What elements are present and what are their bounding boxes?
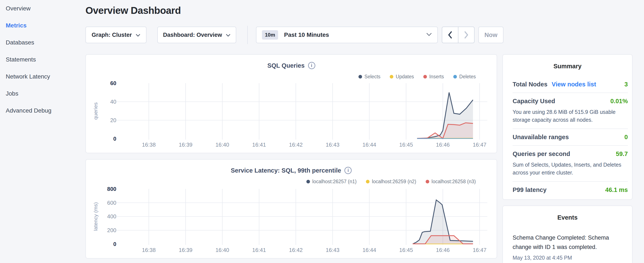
summary-rows: Total NodesView nodes list3Capacity Used… [512, 76, 628, 198]
summary-row-head: Capacity Used0.01% [512, 98, 628, 105]
summary-panel: Summary Total NodesView nodes list3Capac… [502, 54, 632, 200]
summary-row-capacity-used: Capacity Used0.01%You are using 28.6 MiB… [512, 93, 628, 129]
svg-text:16:38: 16:38 [142, 142, 156, 148]
prev-range-button[interactable] [442, 27, 458, 43]
summary-row-head: Unavailable ranges0 [512, 134, 628, 141]
summary-label: Total Nodes [512, 81, 548, 88]
svg-text:16:42: 16:42 [289, 142, 302, 148]
time-range-pager [442, 27, 474, 43]
app-root: { "sidebar": { "items": [ {"label": "Ove… [0, 0, 644, 263]
view-nodes-list-link[interactable]: View nodes list [552, 81, 596, 88]
sidebar-item-statements[interactable]: Statements [6, 51, 78, 68]
summary-row-total-nodes: Total NodesView nodes list3 [512, 76, 628, 93]
graph-dropdown[interactable]: Graph: Cluster [86, 27, 146, 43]
svg-text:0: 0 [113, 136, 116, 142]
svg-text:16:44: 16:44 [362, 247, 376, 253]
event-message: Schema Change Completed: Schema change w… [512, 233, 625, 252]
summary-value: 3 [624, 81, 628, 88]
svg-text:16:41: 16:41 [252, 142, 266, 148]
svg-text:40: 40 [110, 99, 116, 105]
svg-text:16:38: 16:38 [142, 247, 156, 253]
summary-title: Summary [503, 63, 632, 70]
svg-text:20: 20 [110, 117, 116, 123]
chart-plot: 16:3816:3916:4016:4116:4216:4316:4416:45… [86, 55, 497, 153]
svg-text:60: 60 [110, 80, 116, 86]
svg-text:16:47: 16:47 [473, 247, 486, 253]
dashboard-dropdown-label: Dashboard: Overview [163, 32, 222, 38]
sidebar-item-overview[interactable]: Overview [6, 0, 78, 17]
summary-label: Queries per second [512, 150, 570, 157]
summary-value: 0.01% [610, 98, 628, 105]
summary-row-p99-latency: P99 latency46.1 ms [512, 181, 628, 198]
graph-dropdown-label: Graph: Cluster [92, 32, 132, 38]
chevron-down-icon [226, 32, 230, 38]
summary-label: Unavailable ranges [512, 134, 569, 141]
time-range-label: Past 10 Minutes [284, 32, 329, 38]
sidebar-item-databases[interactable]: Databases [6, 34, 78, 51]
page-title: Overview Dashboard [86, 5, 181, 16]
summary-value: 0 [624, 134, 628, 141]
now-button[interactable]: Now [478, 27, 504, 43]
svg-text:16:40: 16:40 [216, 247, 229, 253]
events-panel: Events Schema Change Completed: Schema c… [502, 205, 632, 263]
chart-plot: 16:3816:3916:4016:4116:4216:4316:4416:45… [86, 160, 497, 258]
summary-row-queries-per-second: Queries per second59.7Sum of Selects, Up… [512, 145, 628, 181]
svg-text:16:39: 16:39 [179, 142, 192, 148]
svg-text:16:39: 16:39 [179, 247, 192, 253]
summary-row-unavailable-ranges: Unavailable ranges0 [512, 129, 628, 145]
summary-label: P99 latency [512, 186, 546, 193]
time-range-badge: 10m [262, 30, 278, 40]
summary-value: 59.7 [616, 150, 628, 157]
svg-text:16:43: 16:43 [326, 142, 339, 148]
sql-queries-chart-card: SQL Queries i SelectsUpdatesInsertsDelet… [86, 54, 497, 153]
svg-text:16:44: 16:44 [362, 142, 376, 148]
time-range-dropdown[interactable]: 10m Past 10 Minutes [256, 27, 438, 43]
event-item[interactable]: Schema Change Completed: Schema change w… [512, 233, 628, 261]
summary-value: 46.1 ms [605, 186, 628, 193]
svg-text:16:46: 16:46 [436, 142, 450, 148]
summary-desc: You are using 28.6 MiB of 515.9 GiB usab… [512, 108, 625, 124]
svg-text:latency (ms): latency (ms) [93, 202, 98, 231]
svg-text:16:46: 16:46 [436, 247, 450, 253]
svg-text:16:45: 16:45 [399, 247, 413, 253]
svg-text:600: 600 [107, 200, 116, 206]
svg-text:16:47: 16:47 [473, 142, 486, 148]
sidebar-item-advanced-debug[interactable]: Advanced Debug [6, 102, 78, 119]
summary-row-head: Queries per second59.7 [512, 150, 628, 157]
events-title: Events [503, 214, 632, 221]
dashboard-dropdown[interactable]: Dashboard: Overview [157, 27, 236, 43]
sidebar-nav-list: OverviewMetricsDatabasesStatementsNetwor… [6, 0, 78, 119]
svg-text:400: 400 [107, 213, 116, 219]
svg-text:16:41: 16:41 [252, 247, 266, 253]
toolbar-divider [247, 26, 248, 44]
summary-label: Capacity Used [512, 98, 555, 105]
event-timestamp: May 13, 2020 at 4:45 PM [512, 255, 628, 261]
service-latency-chart-card: Service Latency: SQL, 99th percentile i … [86, 159, 497, 258]
next-range-button[interactable] [458, 27, 474, 43]
sidebar: OverviewMetricsDatabasesStatementsNetwor… [6, 0, 78, 119]
svg-text:16:43: 16:43 [326, 247, 339, 253]
sidebar-item-jobs[interactable]: Jobs [6, 85, 78, 102]
summary-desc: Sum of Selects, Updates, Inserts, and De… [512, 161, 625, 177]
sidebar-item-network-latency[interactable]: Network Latency [6, 68, 78, 85]
svg-text:16:42: 16:42 [289, 247, 302, 253]
summary-row-head: Total NodesView nodes list3 [512, 81, 628, 88]
summary-row-head: P99 latency46.1 ms [512, 186, 628, 193]
svg-text:16:40: 16:40 [216, 142, 229, 148]
chevron-down-icon [136, 32, 140, 38]
svg-text:queries: queries [93, 102, 98, 120]
svg-text:200: 200 [107, 227, 116, 233]
svg-text:0: 0 [113, 241, 116, 247]
svg-text:16:45: 16:45 [399, 142, 413, 148]
svg-text:800: 800 [107, 186, 116, 192]
events-list: Schema Change Completed: Schema change w… [503, 233, 632, 261]
chevron-down-icon [426, 33, 432, 37]
sidebar-item-metrics[interactable]: Metrics [6, 17, 78, 34]
